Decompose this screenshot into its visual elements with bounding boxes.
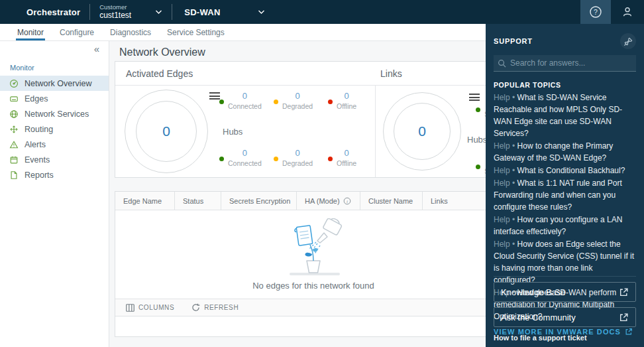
column-header-cluster-name[interactable]: Cluster Name — [360, 192, 423, 210]
customer-value: cust1test — [99, 11, 131, 21]
hubs-label: Hubs — [223, 127, 242, 137]
legend-item-offline: 0Offline — [328, 91, 382, 111]
activated-edges-donut: 0 — [125, 90, 208, 173]
sidebar-item-network-services[interactable]: Network Services — [0, 106, 109, 121]
sidebar-item-label: Events — [25, 155, 50, 165]
column-header-status[interactable]: Status — [175, 192, 221, 210]
offline-dot — [328, 157, 333, 161]
routing-icon — [9, 125, 19, 134]
external-link-icon — [619, 312, 629, 322]
links-edge-status-legend: 0Stable — [476, 99, 486, 119]
knowledge-base-button[interactable]: Knowledge Base — [494, 282, 636, 302]
help-topic-link[interactable]: Help • How to change the Primary Gateway… — [494, 140, 636, 164]
legend-item-offline: 0Offline — [328, 148, 382, 168]
user-icon — [621, 6, 633, 18]
empty-state-message: No edges for this network found — [252, 281, 374, 291]
offline-dot — [328, 100, 333, 104]
table-toolbar: COLUMNS REFRESH — [115, 299, 486, 316]
help-topic-link[interactable]: Help • What is Conditional Backhaul? — [494, 165, 636, 176]
table-footer — [115, 316, 486, 336]
external-link-icon — [619, 287, 629, 297]
degraded-dot — [274, 157, 278, 161]
header-divider — [89, 4, 90, 20]
customer-dropdown[interactable]: Customer cust1test — [99, 4, 162, 21]
column-header-secrets-encryption[interactable]: Secrets Encryption — [221, 192, 297, 210]
svg-text:i: i — [347, 198, 348, 204]
links-hub-status-legend: 0Stable — [476, 156, 486, 176]
tab-service-settings[interactable]: Service Settings — [159, 24, 233, 40]
columns-icon — [126, 304, 134, 312]
column-header-links[interactable]: Links — [423, 192, 486, 210]
activated-edges-title: Activated Edges — [115, 68, 375, 79]
header-divider — [172, 4, 172, 20]
search-icon — [498, 59, 506, 68]
search-input[interactable] — [510, 58, 632, 68]
user-menu-button[interactable] — [611, 0, 644, 24]
help-topic-link[interactable]: Help • What is 1:1 NAT rule and Port For… — [494, 177, 636, 213]
sidebar-item-reports[interactable]: Reports — [0, 167, 109, 182]
dashboard-icon — [9, 79, 19, 88]
sidebar-collapse-icon[interactable]: « — [94, 45, 99, 57]
edges-icon — [9, 94, 19, 104]
sidebar-item-label: Routing — [25, 125, 53, 134]
hub-status-legend: 0Connected 0Degraded 0Offline — [219, 148, 382, 168]
sidebar-item-label: Network Services — [25, 109, 89, 119]
legend-item-degraded: 0Degraded — [274, 148, 328, 168]
main-content: Network Overview Activated Edges Links 0… — [109, 41, 486, 347]
support-search[interactable] — [494, 55, 636, 72]
refresh-icon — [191, 303, 200, 312]
pin-icon[interactable] — [620, 33, 636, 49]
connected-dot — [219, 157, 224, 161]
reports-icon — [9, 171, 19, 180]
main-tabbar: Monitor Configure Diagnostics Service Se… — [0, 24, 486, 41]
activated-edges-count: 0 — [162, 123, 170, 139]
sidebar-item-routing[interactable]: Routing — [0, 121, 109, 137]
legend-item-stable: 0Stable — [476, 156, 486, 176]
info-icon[interactable]: i — [343, 197, 351, 205]
help-button[interactable]: ? — [580, 0, 611, 24]
column-header-edge-name[interactable]: Edge Name — [115, 192, 175, 210]
popular-topics-label: POPULAR TOPICS — [494, 81, 636, 89]
network-services-icon — [9, 109, 19, 119]
help-topic-link[interactable]: Help • What is SD-WAN Service Reachable … — [494, 92, 636, 139]
chart-menu-icon[interactable] — [209, 92, 220, 102]
tab-diagnostics[interactable]: Diagnostics — [102, 24, 159, 40]
edges-table-panel: Edge Name Status Secrets Encryption HA (… — [115, 191, 486, 337]
page-title: Network Overview — [109, 41, 486, 58]
tab-configure[interactable]: Configure — [52, 24, 102, 40]
sidebar-item-label: Network Overview — [25, 79, 91, 88]
connected-dot — [219, 100, 224, 104]
top-header: Orchestrator Customer cust1test SD-WAN ? — [0, 0, 644, 24]
support-bottom: Knowledge Base Ask the Community How to … — [494, 276, 636, 347]
links-title: Links — [375, 68, 402, 79]
help-topic-link[interactable]: Help • How can you configure a LAN inter… — [494, 214, 636, 238]
support-panel: SUPPORT POPULAR TOPICS Help • What is SD… — [486, 24, 644, 347]
links-donut: 0 — [383, 92, 461, 171]
sidebar-item-events[interactable]: Events — [0, 152, 109, 167]
product-name: SD-WAN — [184, 7, 221, 17]
refresh-button[interactable]: REFRESH — [191, 303, 239, 312]
empty-state-illustration — [275, 218, 352, 279]
ask-community-button[interactable]: Ask the Community — [494, 307, 636, 327]
degraded-dot — [274, 100, 278, 104]
chevron-down-icon — [258, 9, 265, 15]
table-header-row: Edge Name Status Secrets Encryption HA (… — [115, 192, 486, 210]
sidebar: « Monitor Network Overview Edges Network… — [0, 41, 109, 347]
product-dropdown[interactable]: SD-WAN — [184, 7, 265, 17]
column-header-ha-mode[interactable]: HA (Mode) i — [297, 192, 360, 210]
sidebar-item-network-overview[interactable]: Network Overview — [0, 76, 109, 91]
support-ticket-link[interactable]: How to file a support ticket — [494, 332, 636, 347]
legend-item-connected: 0Connected — [219, 91, 274, 111]
stable-dot — [476, 107, 480, 112]
customer-label: Customer — [99, 4, 131, 11]
app-title: Orchestrator — [27, 7, 80, 17]
sidebar-item-edges[interactable]: Edges — [0, 91, 109, 106]
table-empty-state: No edges for this network found — [115, 210, 486, 299]
svg-text:?: ? — [594, 8, 598, 16]
tab-monitor[interactable]: Monitor — [9, 24, 52, 40]
sidebar-item-label: Alerts — [25, 140, 46, 149]
events-icon — [9, 155, 19, 165]
columns-button[interactable]: COLUMNS — [126, 304, 174, 312]
sidebar-item-alerts[interactable]: Alerts — [0, 137, 109, 152]
legend-item-degraded: 0Degraded — [274, 91, 328, 111]
